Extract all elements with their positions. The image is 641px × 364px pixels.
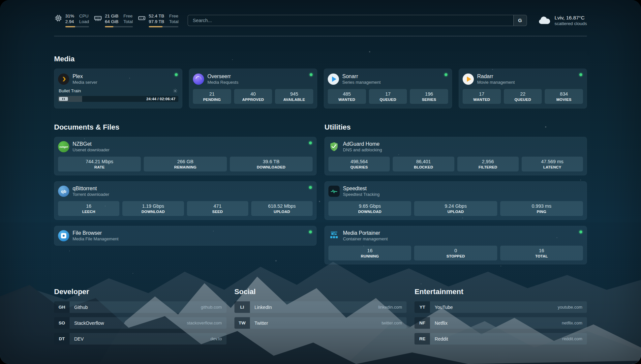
plex-card[interactable]: Plex Media server Bullet Train [54, 69, 182, 108]
service-name: qBittorrent [73, 185, 109, 192]
stat-filtered: 2,956 FILTERED [457, 157, 519, 171]
stat-value: 2,956 [459, 159, 517, 165]
bookmark-reddit[interactable]: RE Reddit reddit.com [414, 333, 587, 345]
bookmark-abbr: SO [54, 317, 70, 329]
memory-total: 64 GiB [105, 19, 118, 24]
nzbget-card[interactable]: nzbget NZBGet Usenet downloader 744.21 M… [54, 137, 317, 175]
stat-value: 1.19 Gbps [124, 203, 182, 209]
stat-label: RATE [59, 165, 139, 169]
status-dot [579, 73, 582, 76]
cloud-icon [537, 15, 551, 25]
stat-leech: 16 LEECH [58, 201, 119, 216]
stat-value: 0.993 ms [502, 203, 582, 209]
bookmark-url: stackoverflow.com [187, 320, 222, 325]
bookmark-url: linkedin.com [378, 305, 402, 310]
adguard-card[interactable]: AdGuard Home DNS and adblocking 498,564 … [324, 137, 587, 175]
stat-label: DOWNLOAD [124, 210, 182, 214]
disk-bar [149, 26, 179, 27]
stat-seed: 471 SEED [187, 201, 248, 216]
sonarr-card[interactable]: Sonarr Series management 485 WANTED 17 Q… [324, 69, 452, 108]
stat-wanted: 17 WANTED [463, 89, 501, 104]
bookmark-name: Reddit [435, 336, 448, 342]
pause-button[interactable] [59, 97, 68, 101]
bookmark-twitter[interactable]: TW Twitter twitter.com [234, 317, 407, 329]
qbittorrent-card[interactable]: qb qBittorrent Torrent downloader 16 LEE… [54, 181, 317, 220]
stat-rate: 744.21 Mbps RATE [58, 157, 141, 171]
service-desc: Container management [343, 236, 388, 242]
now-playing-title: Bullet Train [59, 88, 81, 93]
stat-label: DOWNLOADED [231, 165, 311, 169]
service-desc: Media File Management [73, 236, 118, 242]
stat-value: 618.52 Mbps [253, 203, 311, 209]
stat-label: PING [502, 210, 582, 214]
bookmark-netflix[interactable]: NF Netflix netflix.com [414, 317, 587, 329]
bookmark-url: dev.to [210, 336, 222, 341]
speedtest-icon [328, 186, 340, 197]
overseerr-card[interactable]: Overseerr Media Requests 21 PENDING 40 A… [189, 69, 317, 108]
service-name: Speedtest [343, 185, 380, 192]
stat-value: 471 [188, 203, 247, 209]
filebrowser-card[interactable]: File Browser Media File Management [54, 226, 317, 246]
stat-remaining: 266 GB REMAINING [144, 157, 227, 171]
stat-label: DOWNLOAD [330, 210, 410, 214]
top-bar: 31% 2.94 CPU Load [54, 0, 587, 27]
weather-widget[interactable]: Lviv, 16.87°C scattered clouds [537, 15, 587, 26]
stat-label: SEED [188, 210, 247, 214]
bookmark-dev[interactable]: DT DEV dev.to [54, 333, 227, 345]
bookmark-github[interactable]: GH Github github.com [54, 301, 227, 313]
stat-label: QUERIES [330, 165, 388, 169]
service-name: NZBGet [73, 141, 109, 147]
bookmark-url: netflix.com [562, 320, 582, 325]
bookmark-abbr: GH [54, 301, 70, 313]
stat-value: 0 [415, 248, 496, 254]
bookmark-abbr: DT [54, 333, 70, 345]
status-dot [175, 73, 178, 76]
bookmark-abbr: RE [414, 333, 430, 345]
stat-queries: 498,564 QUERIES [328, 157, 390, 171]
gear-icon[interactable] [173, 88, 178, 93]
resource-widgets: 31% 2.94 CPU Load [54, 13, 178, 27]
search-provider-button[interactable]: G [513, 15, 527, 26]
stat-value: 86,401 [394, 159, 453, 165]
bookmark-linkedin[interactable]: LI LinkedIn linkedin.com [234, 301, 407, 313]
portainer-card[interactable]: Media Portainer Container management 16 … [324, 226, 587, 264]
bookmark-youtube[interactable]: YT YouTube youtube.com [414, 301, 587, 313]
stat-value: 16 [502, 248, 582, 254]
disk-bar-fill [149, 26, 163, 27]
memory-widget: 21 GiB 64 GiB Free Total [94, 13, 133, 27]
stat-download: 1.19 Gbps DOWNLOAD [122, 201, 184, 216]
stat-upload: 618.52 Mbps UPLOAD [251, 201, 313, 216]
bookmark-name: YouTube [435, 305, 453, 310]
bookmark-name: Twitter [255, 320, 268, 326]
search-input[interactable] [188, 15, 513, 26]
speedtest-card[interactable]: Speedtest Speedtest Tracking 9.65 Gbps D… [324, 181, 587, 220]
stat-value: 17 [464, 91, 500, 97]
bookmark-abbr: NF [414, 317, 430, 329]
topbar-divider [54, 36, 587, 36]
nzbget-icon: nzbget [58, 141, 69, 152]
stat-available: 945 AVAILABLE [275, 89, 313, 104]
stat-value: 16 [59, 203, 118, 209]
service-desc: Usenet downloader [73, 147, 109, 153]
memory-total-label: Total [123, 19, 133, 24]
stat-label: UPLOAD [253, 210, 311, 214]
playback-progress-bar[interactable]: 24:44 / 02:06:47 [58, 96, 178, 102]
stat-value: 47.569 ms [523, 159, 582, 165]
stat-value: 16 [330, 248, 410, 254]
stat-running: 16 RUNNING [328, 246, 411, 260]
service-name: Radarr [477, 73, 515, 80]
stat-queued: 22 QUEUED [504, 89, 542, 104]
bookmark-stackoverflow[interactable]: SO StackOverflow stackoverflow.com [54, 317, 227, 329]
cpu-load: 2.94 [65, 19, 74, 24]
bookmark-abbr: YT [414, 301, 430, 313]
cpu-bar [65, 26, 89, 27]
utilities-title: Utilities [324, 123, 587, 132]
stat-value: 945 [276, 91, 312, 97]
memory-free-label: Free [123, 13, 133, 19]
cpu-widget: 31% 2.94 CPU Load [54, 13, 89, 27]
status-dot [309, 230, 312, 233]
status-dot [444, 73, 447, 76]
qbittorrent-icon: qb [58, 186, 69, 197]
radarr-card[interactable]: Radarr Movie management 17 WANTED 22 QUE… [459, 69, 587, 108]
stat-blocked: 86,401 BLOCKED [393, 157, 454, 171]
